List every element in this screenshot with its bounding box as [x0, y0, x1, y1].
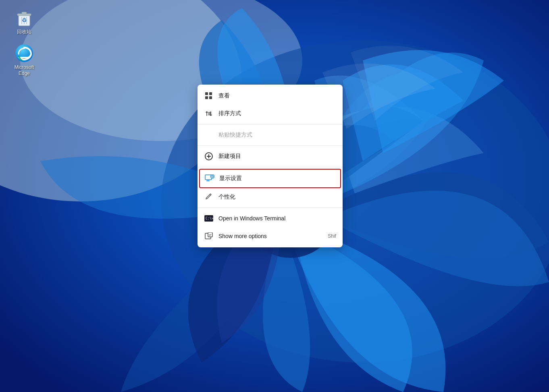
desktop-icons-area: ♻ 回收站	[8, 8, 40, 77]
separator-3	[198, 167, 343, 167]
svg-point-17	[211, 175, 214, 178]
personalize-label: 个性化	[218, 193, 336, 201]
menu-item-sort[interactable]: 排序方式	[198, 105, 343, 122]
show-more-shortcut: Shif	[328, 233, 336, 239]
show-more-label: Show more options	[218, 233, 324, 239]
terminal-icon: C:\>_	[204, 214, 214, 223]
personalize-icon	[204, 192, 214, 202]
menu-item-new[interactable]: 新建项目	[198, 147, 343, 165]
menu-item-show-more[interactable]: Show more options Shif	[198, 227, 343, 245]
display-settings-icon	[205, 174, 214, 183]
recycle-bin-icon[interactable]: ♻ 回收站	[8, 8, 40, 35]
separator-1	[198, 124, 343, 124]
menu-item-open-terminal[interactable]: C:\>_ Open in Windows Terminal	[198, 209, 343, 227]
menu-item-view[interactable]: 查看	[198, 87, 343, 105]
separator-4	[198, 207, 343, 208]
sort-label: 排序方式	[218, 110, 336, 117]
open-terminal-label: Open in Windows Terminal	[218, 215, 336, 222]
menu-item-display-settings[interactable]: 显示设置	[199, 169, 341, 188]
microsoft-edge-image	[15, 44, 34, 63]
display-settings-label: 显示设置	[219, 175, 335, 182]
edge-label: Microsoft Edge	[8, 64, 40, 77]
view-label: 查看	[218, 92, 336, 100]
context-menu: 查看 排序方式 粘贴快捷方式 新建项目	[198, 85, 343, 247]
paste-shortcut-label: 粘贴快捷方式	[218, 131, 336, 139]
microsoft-edge-icon[interactable]: Microsoft Edge	[8, 44, 40, 77]
recycle-bin-label: 回收站	[17, 29, 31, 35]
view-icon	[204, 91, 214, 101]
recycle-bin-image: ♻	[15, 8, 34, 27]
menu-item-paste-shortcut: 粘贴快捷方式	[198, 126, 343, 144]
menu-item-personalize[interactable]: 个性化	[198, 188, 343, 206]
show-more-icon	[204, 231, 214, 241]
separator-2	[198, 145, 343, 146]
svg-rect-8	[22, 12, 27, 14]
new-item-icon	[204, 151, 214, 161]
svg-text:C:\>_: C:\>_	[206, 217, 213, 220]
new-item-label: 新建项目	[218, 153, 336, 160]
paste-shortcut-icon	[204, 130, 214, 140]
sort-icon	[204, 109, 214, 118]
